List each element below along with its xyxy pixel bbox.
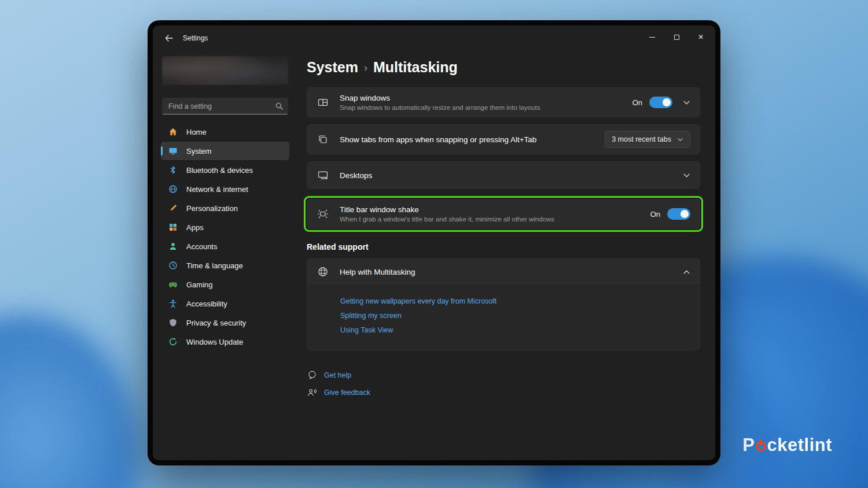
system-icon: [168, 146, 178, 156]
setting-card-snap-windows[interactable]: Snap windows Snap windows to automatical…: [307, 87, 700, 117]
chevron-down-icon: [677, 136, 683, 143]
window-title: Settings: [183, 34, 208, 42]
help-card-body: Getting new wallpapers every day from Mi…: [307, 284, 700, 350]
sidebar-item-label: Personalization: [186, 204, 238, 213]
snap-windows-toggle[interactable]: [649, 97, 672, 108]
dropdown-value: 3 most recent tabs: [612, 135, 671, 143]
setting-card-title-bar-window-shake[interactable]: Title bar window shake When I grab a win…: [307, 199, 700, 229]
sidebar-item-apps[interactable]: Apps: [161, 218, 289, 236]
get-help-row: Get help: [307, 370, 700, 380]
page-title: Multitasking: [373, 59, 458, 76]
help-link-task-view[interactable]: Using Task View: [340, 326, 690, 334]
get-help-icon: [307, 370, 317, 380]
chevron-right-icon: ›: [364, 62, 367, 74]
setting-title: Show tabs from apps when snapping or pre…: [340, 135, 605, 144]
arrow-left-icon: [165, 35, 173, 42]
windows-update-icon: [168, 337, 178, 346]
setting-card-show-tabs[interactable]: Show tabs from apps when snapping or pre…: [307, 124, 700, 154]
chevron-down-icon[interactable]: [683, 99, 690, 106]
settings-window: Settings ✕: [153, 25, 715, 460]
sidebar-item-label: Accessibility: [186, 300, 227, 308]
pocketlint-watermark: Pcketlint: [742, 435, 832, 456]
network-icon: [168, 184, 178, 194]
apps-icon: [168, 223, 178, 232]
home-icon: [168, 127, 178, 136]
sidebar-item-privacy-security[interactable]: Privacy & security: [161, 313, 289, 332]
give-feedback-row: Give feedback: [307, 387, 700, 397]
sidebar-item-label: Apps: [186, 223, 204, 232]
search-icon: [275, 102, 283, 110]
give-feedback-icon: [307, 387, 317, 397]
chevron-down-icon[interactable]: [683, 172, 690, 179]
time-language-icon: [168, 261, 178, 270]
footer-links: Get help Give feedback: [307, 370, 700, 397]
back-button[interactable]: [160, 30, 178, 46]
privacy-security-icon: [168, 318, 178, 327]
sidebar-item-personalization[interactable]: Personalization: [161, 199, 289, 217]
search-box: [162, 98, 288, 114]
main-content: System › Multitasking Snap windows Snap …: [297, 51, 715, 460]
setting-title: Desktops: [340, 171, 672, 180]
settings-window-frame: Settings ✕: [148, 20, 720, 465]
sidebar-item-home[interactable]: Home: [161, 123, 289, 141]
setting-description: When I grab a window's title bar and sha…: [340, 216, 650, 223]
user-profile-blurred[interactable]: [162, 56, 288, 85]
toggle-state-label: On: [650, 210, 660, 219]
give-feedback-link[interactable]: Give feedback: [324, 389, 370, 397]
search-input[interactable]: [168, 102, 275, 110]
chevron-up-icon[interactable]: [683, 268, 690, 276]
help-link-wallpapers[interactable]: Getting new wallpapers every day from Mi…: [340, 297, 690, 305]
sidebar-nav: Home System Bluetooth & devices: [161, 123, 289, 351]
setting-title: Snap windows: [340, 94, 632, 102]
setting-card-desktops[interactable]: Desktops: [307, 161, 700, 189]
sidebar-item-bluetooth-devices[interactable]: Bluetooth & devices: [161, 161, 289, 179]
get-help-link[interactable]: Get help: [324, 371, 351, 379]
maximize-button[interactable]: [664, 25, 689, 49]
sidebar-item-accessibility[interactable]: Accessibility: [161, 294, 289, 313]
minimize-button[interactable]: [640, 25, 664, 49]
setting-title: Title bar window shake: [340, 205, 650, 214]
title-bar-shake-icon: [317, 208, 329, 220]
sidebar-item-gaming[interactable]: Gaming: [161, 275, 289, 294]
help-card-header[interactable]: Help with Multitasking: [307, 259, 700, 284]
maximize-icon: [674, 35, 679, 40]
accessibility-icon: [168, 299, 178, 308]
close-icon: ✕: [698, 34, 704, 40]
close-button[interactable]: ✕: [689, 25, 713, 49]
tabs-count-dropdown[interactable]: 3 most recent tabs: [605, 131, 690, 148]
sidebar-item-network-internet[interactable]: Network & internet: [161, 180, 289, 198]
help-card-title: Help with Multitasking: [340, 268, 672, 276]
setting-description: Snap windows to automatically resize and…: [340, 104, 632, 111]
sidebar-item-system[interactable]: System: [161, 142, 289, 160]
sidebar-item-label: Network & internet: [186, 185, 248, 194]
sidebar-item-label: Bluetooth & devices: [186, 166, 253, 175]
toggle-knob: [663, 98, 671, 106]
watermark-text: P: [742, 435, 755, 456]
toggle-state-label: On: [632, 98, 642, 107]
gaming-icon: [168, 280, 178, 289]
personalization-icon: [168, 204, 178, 213]
bluetooth-icon: [168, 165, 178, 175]
show-tabs-icon: [317, 134, 329, 145]
breadcrumb-system[interactable]: System: [307, 59, 358, 76]
sidebar-item-accounts[interactable]: Accounts: [161, 237, 289, 256]
desktops-icon: [317, 169, 329, 181]
window-controls: ✕: [640, 25, 713, 49]
sidebar-item-label: System: [186, 147, 211, 156]
sidebar-item-label: Privacy & security: [186, 319, 246, 327]
title-bar-shake-toggle[interactable]: [667, 208, 690, 220]
green-highlight-box: Title bar window shake When I grab a win…: [304, 196, 703, 232]
related-support-heading: Related support: [307, 242, 700, 252]
snap-windows-icon: [317, 97, 329, 108]
accounts-icon: [168, 242, 178, 251]
sidebar: Home System Bluetooth & devices: [153, 51, 297, 460]
sidebar-item-label: Accounts: [186, 242, 217, 251]
breadcrumb: System › Multitasking: [307, 59, 700, 76]
help-link-splitting-screen[interactable]: Splitting my screen: [340, 312, 690, 320]
sidebar-item-time-language[interactable]: Time & language: [161, 256, 289, 275]
power-icon: [756, 441, 766, 452]
globe-icon: [317, 266, 329, 278]
sidebar-item-windows-update[interactable]: Windows Update: [161, 332, 289, 351]
sidebar-item-label: Home: [186, 128, 207, 136]
titlebar: Settings ✕: [153, 25, 715, 51]
